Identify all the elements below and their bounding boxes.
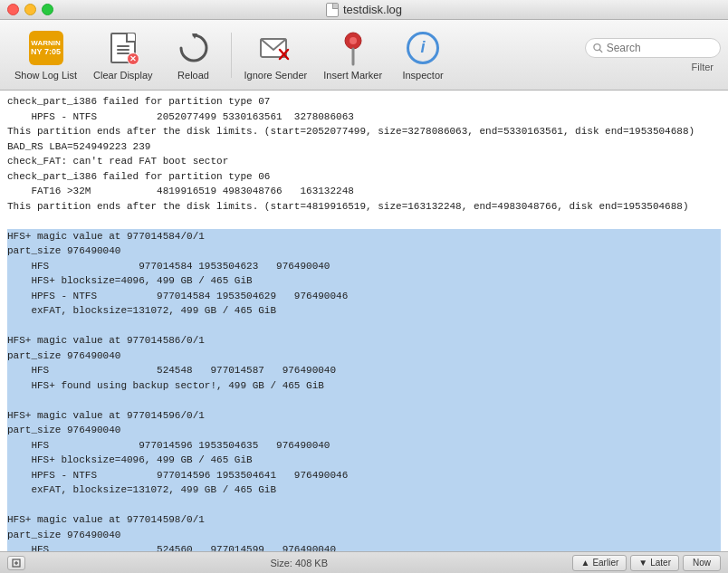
log-line: HFS+ blocksize=4096, 499 GB / 465 GiB xyxy=(7,453,721,468)
log-line: HFS+ magic value at 977014584/0/1 xyxy=(7,229,721,244)
expand-icon xyxy=(12,559,21,568)
ignore-sender-button[interactable]: Ignore Sender xyxy=(237,24,315,86)
svg-line-8 xyxy=(599,49,602,52)
ignore-sender-icon xyxy=(257,30,293,66)
log-line: This partition ends after the disk limit… xyxy=(7,124,721,139)
clear-badge-icon: ✕ xyxy=(127,53,139,65)
log-line: check_part_i386 failed for partition typ… xyxy=(7,169,721,185)
earlier-button[interactable]: ▲ Earlier xyxy=(572,555,627,571)
toolbar: WARNIN NY 7:05 Show Log List ✕ Clear Dis… xyxy=(0,20,728,91)
log-line: HFS 977014596 1953504635 976490040 xyxy=(7,438,721,454)
info-icon: i xyxy=(407,32,439,64)
title-bar: testdisk.log xyxy=(0,0,728,20)
log-line xyxy=(7,393,721,408)
insert-marker-icon xyxy=(335,30,371,66)
search-input[interactable] xyxy=(607,42,713,54)
minimize-button[interactable] xyxy=(24,4,36,15)
traffic-lights xyxy=(7,4,53,15)
svg-point-6 xyxy=(350,37,357,44)
log-line: HFS+ blocksize=4096, 499 GB / 465 GiB xyxy=(7,273,721,289)
status-left xyxy=(7,556,25,570)
log-line: check_part_i386 failed for partition typ… xyxy=(7,94,721,110)
search-box[interactable] xyxy=(585,38,721,58)
log-line: HFS 524548 977014587 976490040 xyxy=(7,363,721,378)
reload-icon xyxy=(176,30,212,66)
log-content-area[interactable]: check_part_i386 failed for partition typ… xyxy=(0,91,728,551)
status-nav: ▲ Earlier ▼ Later Now xyxy=(572,555,721,571)
log-line: exFAT, blocksize=131072, 499 GB / 465 Gi… xyxy=(7,482,721,498)
log-line: HFS 524560 977014599 976490040 xyxy=(7,542,721,551)
log-line: HPFS - NTFS 977014596 1953504641 9764900… xyxy=(7,468,721,483)
log-line: part_size 976490040 xyxy=(7,528,721,543)
log-line: check_FAT: can't read FAT boot sector xyxy=(7,154,721,169)
warning-icon: WARNIN NY 7:05 xyxy=(29,31,63,65)
pin-icon xyxy=(337,30,369,66)
maximize-button[interactable] xyxy=(42,4,53,15)
log-line: HPFS - NTFS 977014584 1953504629 9764900… xyxy=(7,289,721,304)
show-log-icon: WARNIN NY 7:05 xyxy=(28,30,64,66)
clear-display-button[interactable]: ✕ Clear Display xyxy=(86,24,159,86)
close-button[interactable] xyxy=(7,4,19,15)
log-line: part_size 976490040 xyxy=(7,244,721,259)
log-line: HFS 977014584 1953504623 976490040 xyxy=(7,259,721,274)
log-line: HFS+ magic value at 977014598/0/1 xyxy=(7,512,721,528)
status-expand-button[interactable] xyxy=(7,556,25,570)
log-line xyxy=(7,214,721,229)
log-line: part_size 976490040 xyxy=(7,423,721,438)
envelope-icon xyxy=(259,32,292,64)
window-title: testdisk.log xyxy=(326,3,402,17)
status-bar: Size: 408 KB ▲ Earlier ▼ Later Now xyxy=(0,551,728,573)
document-icon xyxy=(326,3,339,17)
log-line: HFS+ found using backup sector!, 499 GB … xyxy=(7,378,721,394)
status-size: Size: 408 KB xyxy=(25,558,572,568)
now-button[interactable]: Now xyxy=(683,555,721,571)
log-line: part_size 976490040 xyxy=(7,349,721,364)
later-button[interactable]: ▼ Later xyxy=(630,555,679,571)
log-line: This partition ends after the disk limit… xyxy=(7,199,721,215)
log-line: HFS+ magic value at 977014586/0/1 xyxy=(7,333,721,349)
search-icon xyxy=(593,43,603,53)
log-line: BAD_RS LBA=524949223 239 xyxy=(7,139,721,155)
clear-display-icon: ✕ xyxy=(105,30,141,66)
show-log-list-button[interactable]: WARNIN NY 7:05 Show Log List xyxy=(7,24,84,86)
insert-marker-button[interactable]: Insert Marker xyxy=(316,24,389,86)
inspector-button[interactable]: i Inspector xyxy=(391,24,455,86)
log-line: FAT16 >32M 4819916519 4983048766 1631322… xyxy=(7,184,721,199)
log-line xyxy=(7,498,721,513)
reload-svg-icon xyxy=(177,32,210,64)
log-line xyxy=(7,319,721,334)
toolbar-search-area: Filter xyxy=(585,38,721,72)
reload-button[interactable]: Reload xyxy=(162,24,225,86)
filter-label: Filter xyxy=(692,62,714,72)
toolbar-separator-1 xyxy=(231,33,232,78)
log-line: exFAT, blocksize=131072, 499 GB / 465 Gi… xyxy=(7,303,721,319)
log-line: HFS+ magic value at 977014596/0/1 xyxy=(7,408,721,424)
log-line: HPFS - NTFS 2052077499 5330163561 327808… xyxy=(7,110,721,125)
inspector-icon: i xyxy=(405,30,441,66)
